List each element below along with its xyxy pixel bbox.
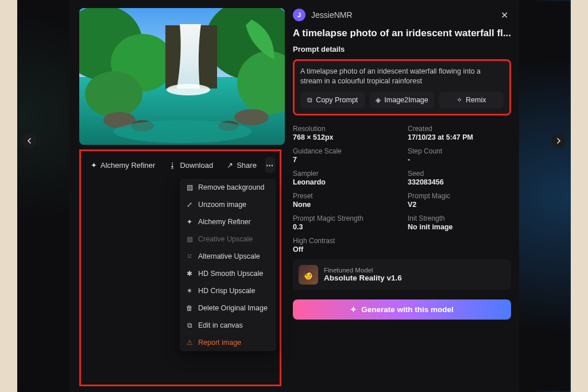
next-image-button[interactable] <box>551 133 566 148</box>
meta-cell: SamplerLeonardo <box>293 170 396 186</box>
menu-item-hd-smooth-upscale[interactable]: ✱HD Smooth Upscale <box>180 265 276 282</box>
menu-item-remove-background[interactable]: ▨Remove background <box>180 179 276 196</box>
meta-value: Off <box>293 245 396 253</box>
meta-value: 7 <box>293 156 396 164</box>
model-thumb: 🧑 <box>299 265 318 285</box>
menu-item-icon: ✱ <box>185 270 194 278</box>
menu-item-label: Alchemy Refiner <box>198 218 251 226</box>
image-title: A timelapse photo of an iridescent water… <box>293 28 511 39</box>
meta-cell: Seed332083456 <box>408 170 511 186</box>
meta-value: - <box>408 156 511 164</box>
meta-label: Created <box>408 125 511 133</box>
image2image-button[interactable]: ◈ Image2Image <box>370 92 435 108</box>
download-button[interactable]: ⭳ Download <box>164 158 218 172</box>
alchemy-refiner-button[interactable]: ✦ Alchemy Refiner <box>86 158 160 172</box>
share-label: Share <box>237 161 257 170</box>
toolbar-highlight-box: ✦ Alchemy Refiner ⭳ Download ↗ Share ⋯ <box>79 149 281 386</box>
menu-item-label: Remove background <box>198 183 264 191</box>
remix-button[interactable]: ✧ Remix <box>439 92 504 108</box>
hero-image <box>79 8 285 145</box>
ellipsis-icon: ⋯ <box>266 161 274 170</box>
more-actions-menu: ▨Remove background⤢Unzoom image✦Alchemy … <box>180 179 276 351</box>
avatar[interactable]: J <box>293 9 305 21</box>
prompt-box: A timelapse photo of an iridescent water… <box>293 59 511 116</box>
meta-value: 17/10/23 at 5:47 PM <box>408 133 511 141</box>
prev-image-button[interactable] <box>22 133 37 148</box>
menu-item-icon: ⧉ <box>185 321 194 329</box>
menu-item-label: Edit in canvas <box>198 321 243 329</box>
menu-item-unzoom-image[interactable]: ⤢Unzoom image <box>180 196 276 213</box>
menu-item-edit-in-canvas[interactable]: ⧉Edit in canvas <box>180 317 276 334</box>
meta-label: High Contrast <box>293 237 396 245</box>
close-icon: ✕ <box>501 10 508 21</box>
menu-item-alternative-upscale[interactable]: ⁙Alternative Upscale <box>180 248 276 265</box>
metadata-grid: Resolution768 × 512pxCreated17/10/23 at … <box>293 125 511 253</box>
model-label: Finetuned Model <box>324 267 402 274</box>
copy-prompt-button[interactable]: ⧉ Copy Prompt <box>300 92 365 108</box>
meta-value: No init image <box>408 223 511 231</box>
menu-item-label: Alternative Upscale <box>198 252 260 260</box>
menu-item-label: HD Smooth Upscale <box>198 270 263 278</box>
prompt-text: A timelapse photo of an iridescent water… <box>300 67 504 86</box>
menu-item-delete-original-image[interactable]: 🗑Delete Original Image <box>180 299 276 317</box>
meta-value: 0.3 <box>293 223 396 231</box>
menu-item-label: Delete Original Image <box>198 304 268 312</box>
alchemy-label: Alchemy Refiner <box>100 161 155 170</box>
download-label: Download <box>180 161 213 170</box>
menu-item-icon: ▨ <box>185 183 194 191</box>
meta-label: Guidance Scale <box>293 147 396 155</box>
meta-label: Preset <box>293 192 396 200</box>
menu-item-label: Unzoom image <box>198 201 246 209</box>
menu-item-icon: ✶ <box>185 287 194 295</box>
meta-value: None <box>293 201 396 209</box>
layers-icon: ◈ <box>376 96 381 104</box>
meta-label: Init Strength <box>408 214 511 222</box>
meta-label: Seed <box>408 170 511 178</box>
meta-label: Resolution <box>293 125 396 133</box>
meta-label: Sampler <box>293 170 396 178</box>
menu-item-alchemy-refiner[interactable]: ✦Alchemy Refiner <box>180 213 276 230</box>
share-button[interactable]: ↗ Share <box>222 158 262 172</box>
menu-item-label: Creative Upscale <box>198 235 253 243</box>
image-detail-panel: ✦ Alchemy Refiner ⭳ Download ↗ Share ⋯ <box>69 0 519 392</box>
menu-item-creative-upscale: ▦Creative Upscale <box>180 230 276 248</box>
generate-with-model-button[interactable]: ✦ Generate with this model <box>293 299 511 320</box>
close-button[interactable]: ✕ <box>497 8 511 22</box>
copy-icon: ⧉ <box>307 96 312 104</box>
meta-label: Prompt Magic <box>408 192 511 200</box>
meta-cell: Prompt MagicV2 <box>408 192 511 209</box>
more-actions-button[interactable]: ⋯ <box>265 157 275 173</box>
meta-cell: High ContrastOff <box>293 237 396 253</box>
menu-item-label: Report image <box>198 339 241 347</box>
meta-cell: Guidance Scale7 <box>293 147 396 164</box>
menu-item-hd-crisp-upscale[interactable]: ✶HD Crisp Upscale <box>180 282 276 299</box>
model-name: Absolute Reality v1.6 <box>324 274 402 282</box>
download-icon: ⭳ <box>169 161 176 170</box>
model-box[interactable]: 🧑 Finetuned Model Absolute Reality v1.6 <box>293 259 511 290</box>
svg-point-6 <box>85 71 142 117</box>
meta-label: Prompt Magic Strength <box>293 214 396 222</box>
menu-item-report-image[interactable]: ⚠Report image <box>180 334 276 351</box>
meta-cell: Resolution768 × 512px <box>293 125 396 141</box>
meta-value: V2 <box>408 201 511 209</box>
menu-item-icon: ▦ <box>185 235 194 243</box>
username[interactable]: JessieNMR <box>311 10 353 20</box>
share-icon: ↗ <box>227 161 233 170</box>
meta-cell: Prompt Magic Strength0.3 <box>293 214 396 231</box>
menu-item-icon: ✦ <box>185 218 194 226</box>
magic-icon: ✦ <box>350 305 357 314</box>
svg-point-8 <box>167 84 210 95</box>
menu-item-icon: 🗑 <box>185 304 194 312</box>
svg-point-11 <box>234 109 269 125</box>
wand-icon: ✧ <box>457 96 462 104</box>
menu-item-label: HD Crisp Upscale <box>198 287 255 295</box>
meta-value: 332083456 <box>408 178 511 186</box>
meta-value: 768 × 512px <box>293 133 396 141</box>
meta-cell: Step Count- <box>408 147 511 164</box>
sparkle-icon: ✦ <box>91 161 97 170</box>
menu-item-icon: ⁙ <box>185 252 194 260</box>
svg-point-13 <box>114 120 252 143</box>
menu-item-icon: ⤢ <box>185 201 194 209</box>
meta-value: Leonardo <box>293 178 396 186</box>
prompt-details-label: Prompt details <box>293 45 511 53</box>
